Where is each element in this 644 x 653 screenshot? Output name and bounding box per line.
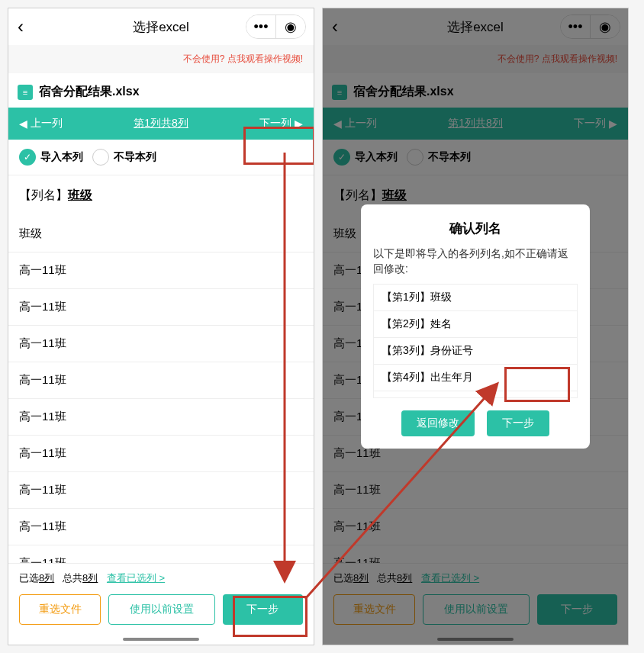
dialog-title: 确认列名 (373, 220, 578, 237)
dialog-list-item: 【第5列】性别 (374, 391, 577, 398)
dialog-description: 以下是即将导入的各列列名,如不正确请返回修改: (373, 246, 578, 276)
import-options: ✓ 导入本列 不导本列 (8, 140, 314, 175)
column-name-row: 【列名】班级 (8, 175, 314, 216)
mini-program-capsule: ••• ◉ (246, 14, 306, 39)
confirm-dialog: 确认列名 以下是即将导入的各列列名,如不正确请返回修改: 【第1列】班级【第2列… (361, 204, 590, 449)
data-row: 高一11班 (8, 399, 314, 436)
footer-info: 已选8列 总共8列 查看已选列 > (8, 563, 314, 590)
data-row: 班级 (8, 216, 314, 253)
data-row: 高一11班 (8, 326, 314, 362)
prev-column-button[interactable]: ◀ 上一列 (19, 117, 63, 130)
radio-checked-icon: ✓ (19, 149, 36, 166)
data-list: 班级高一11班高一11班高一11班高一11班高一11班高一11班高一11班高一1… (8, 216, 314, 582)
excel-icon: ≡ (18, 85, 33, 100)
radio-unchecked-icon (92, 149, 109, 166)
dialog-list-item: 【第1列】班级 (374, 285, 577, 311)
help-link[interactable]: 点我观看操作视频! (227, 53, 303, 64)
use-previous-button[interactable]: 使用以前设置 (108, 594, 214, 625)
file-section: ≡ 宿舍分配结果.xlsx (8, 73, 314, 108)
dialog-next-button[interactable]: 下一步 (487, 410, 549, 436)
help-prefix: 不会使用? (183, 53, 227, 64)
dialog-back-button[interactable]: 返回修改 (401, 410, 475, 436)
phone-right: ‹ 选择excel ••• ◉ 不会使用? 点我观看操作视频! ≡ 宿舍分配结果… (322, 8, 629, 645)
dialog-list-item: 【第3列】身份证号 (374, 338, 577, 365)
skip-column-radio[interactable]: 不导本列 (92, 149, 156, 166)
dialog-list-item: 【第2列】姓名 (374, 311, 577, 338)
file-name: 宿舍分配结果.xlsx (39, 84, 140, 100)
next-step-button[interactable]: 下一步 (223, 594, 303, 625)
reselect-file-button[interactable]: 重选文件 (19, 594, 101, 625)
dialog-buttons: 返回修改 下一步 (373, 410, 578, 436)
more-icon[interactable]: ••• (246, 15, 275, 38)
data-row: 高一11班 (8, 472, 314, 509)
modal-overlay: 确认列名 以下是即将导入的各列列名,如不正确请返回修改: 【第1列】班级【第2列… (323, 8, 628, 645)
import-column-radio[interactable]: ✓ 导入本列 (19, 149, 83, 166)
column-info[interactable]: 第1列共8列 (134, 117, 188, 130)
data-row: 高一11班 (8, 362, 314, 399)
page-title: 选择excel (133, 18, 189, 36)
dialog-list-item: 【第4列】出生年月 (374, 365, 577, 391)
view-selected-link[interactable]: 查看已选列 > (107, 572, 165, 584)
close-icon[interactable]: ◉ (276, 15, 305, 38)
home-indicator (123, 638, 199, 641)
header: ‹ 选择excel ••• ◉ (8, 8, 314, 45)
back-icon[interactable]: ‹ (18, 16, 24, 37)
column-nav: ◀ 上一列 第1列共8列 下一列 ▶ (8, 108, 314, 140)
data-row: 高一11班 (8, 436, 314, 472)
data-row: 高一11班 (8, 253, 314, 289)
help-banner[interactable]: 不会使用? 点我观看操作视频! (8, 45, 314, 73)
dialog-list: 【第1列】班级【第2列】姓名【第3列】身份证号【第4列】出生年月【第5列】性别 (373, 284, 578, 398)
footer-buttons: 重选文件 使用以前设置 下一步 (8, 590, 314, 635)
next-column-button[interactable]: 下一列 ▶ (259, 117, 303, 130)
data-row: 高一11班 (8, 509, 314, 545)
phone-left: ‹ 选择excel ••• ◉ 不会使用? 点我观看操作视频! ≡ 宿舍分配结果… (8, 8, 314, 645)
data-row: 高一11班 (8, 289, 314, 326)
